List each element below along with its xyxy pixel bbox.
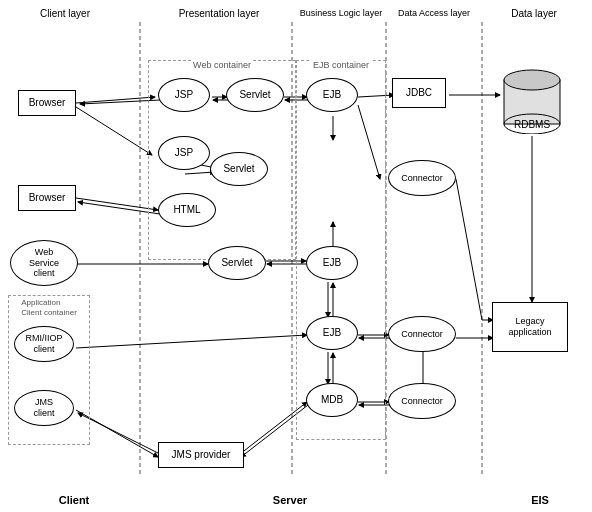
jdbc: JDBC	[392, 78, 446, 108]
rmi-client: RMI/IIOPclient	[14, 326, 74, 362]
mdb: MDB	[306, 383, 358, 417]
app-client-container-label: ApplicationClient container	[19, 298, 79, 317]
servlet3: Servlet	[208, 246, 266, 280]
client-layer-header: Client layer	[10, 8, 120, 19]
connector1: Connector	[388, 160, 456, 196]
jms-client: JMSclient	[14, 390, 74, 426]
jms-provider: JMS provider	[158, 442, 244, 468]
ejb3: EJB	[306, 316, 358, 350]
svg-line-14	[76, 107, 152, 155]
rdbms-label: RDBMS	[500, 119, 564, 130]
svg-line-23	[456, 179, 482, 320]
business-layer-header: Business Logic layer	[296, 8, 386, 18]
ejb1: EJB	[306, 78, 358, 112]
browser1: Browser	[18, 90, 76, 116]
jsp1: JSP	[158, 78, 210, 112]
ejb2: EJB	[306, 246, 358, 280]
web-container-label: Web container	[191, 60, 253, 70]
svg-point-44	[504, 70, 560, 90]
svg-line-32	[78, 413, 160, 454]
ejb-container-label: EJB container	[311, 60, 371, 70]
svg-line-6	[76, 97, 155, 103]
jsp2: JSP	[158, 136, 210, 170]
server-bottom-label: Server	[200, 494, 380, 506]
legacy-application: Legacyapplication	[492, 302, 568, 352]
servlet1: Servlet	[226, 78, 284, 112]
html: HTML	[158, 193, 216, 227]
svg-line-17	[76, 198, 158, 210]
connector2: Connector	[388, 316, 456, 352]
client-bottom-label: Client	[10, 494, 138, 506]
rdbms: RDBMS	[500, 66, 564, 134]
connector3: Connector	[388, 383, 456, 419]
presentation-layer-header: Presentation layer	[148, 8, 290, 19]
ws-client: WebServiceclient	[10, 240, 78, 286]
data-access-layer-header: Data Access layer	[388, 8, 480, 18]
servlet2: Servlet	[210, 152, 268, 186]
data-layer-header: Data layer	[484, 8, 584, 19]
browser2: Browser	[18, 185, 76, 211]
svg-line-27	[76, 335, 307, 348]
diagram: Client layer Presentation layer Business…	[0, 0, 592, 512]
eis-bottom-label: EIS	[500, 494, 580, 506]
